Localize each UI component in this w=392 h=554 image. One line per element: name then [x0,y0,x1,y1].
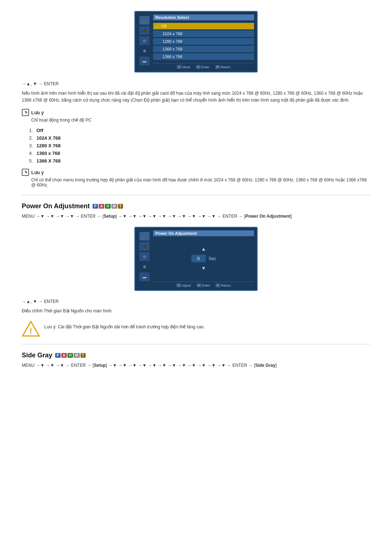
osd-label-1280: 1280 x 768 [163,39,182,44]
note-icon-2: ✎ [22,169,29,176]
nav-text-power: MENU →▼ →▼ →▼ →▼ → ENTER → [Setup] →▼ →▼… [22,214,370,219]
osd-poa-arrow-down: ▼ [201,265,206,271]
osd-poa-footer-return: ↩ Return [216,283,231,287]
osd-label-1366: 1366 x 768 [163,54,182,59]
badge-p: P [93,204,98,209]
list-item: 2. 1024 X 768 [29,135,370,141]
osd-poa-icon-hdmi: ▬ [139,272,150,281]
badge-sg-h: H [68,353,73,358]
badge-sg-m: M [74,353,79,358]
warning-text: Lưu ý: Cài đặt Thời gian Bật Nguồn dài h… [44,321,205,329]
osd-poa-icon-gear: ⚙ [139,262,150,271]
svg-text:!: ! [29,327,32,336]
osd-menu-title: Resolution Select [153,15,254,20]
note-box-1: ✎ Lưu ý Chỉ hoạt động trong chế độ PC [22,109,370,123]
osd-poa-unit: Sec [209,256,216,261]
osd-icon-gear: ⚙ [139,46,150,55]
osd-label-1360: 1360 x 768 [163,47,182,51]
note-title-1: ✎ Lưu ý [22,109,370,116]
resolution-select-osd: 📺 ⬛ ⊙ ⚙ ▬ Resolution Select ✔ Off 1024 x… [134,11,258,73]
osd-poa-icon-comp: ⬛ [139,242,150,251]
power-on-osd: 📺 ⬛ ⊙ ⚙ ▬ Power On Adjustment ▲ 0 Sec ▼ … [134,227,258,291]
osd-poa-value: 0 [191,255,206,262]
warning-box: ! Lưu ý: Cài đặt Thời gian Bật Nguồn dài… [22,321,370,337]
osd-poa-title: Power On Adjustment [153,230,254,236]
nav-text-1: →▲, ▼ → ENTER [22,81,370,86]
osd-icon-tv: 📺 [139,16,150,25]
osd-icon-hdmi: ▬ [139,57,150,65]
badge-sg-t: T [81,353,86,358]
badge-row-power: P A H M T [93,204,123,209]
osd-footer-return: ↩ Return [215,65,230,69]
nav-text-sidegray: MENU →▼ →▼ →▼ → ENTER → [Setup] →▼ →▼ →▼… [22,363,370,368]
badge-sg-a: A [61,353,67,358]
osd-poa-footer-enter: ↵ Enter [197,283,210,287]
osd-sidebar: 📺 ⬛ ⊙ ⚙ ▬ [138,15,151,69]
osd-label-off: Off [161,24,166,28]
osd-check-off: ✔ [156,24,159,28]
osd-item-1360[interactable]: 1360 x 768 [153,46,254,52]
divider-2 [22,344,370,344]
badge-row-sidegray: P A H M T [55,353,86,358]
divider-1 [22,195,370,195]
badge-a: A [99,204,104,209]
badge-m: M [111,204,117,209]
poa-desc: Điều chỉnh Thời gian Bật Nguồn cho màn h… [22,308,370,315]
list-item: 4. 1360 x 768 [29,151,370,156]
warning-icon: ! [22,321,40,337]
osd-poa-value-box: 0 Sec [191,255,216,262]
osd-poa-content: Power On Adjustment ▲ 0 Sec ▼ ⬡ Adjust ↵… [153,230,254,287]
section-title-sidegray: Side Gray [22,352,52,359]
note-text-2: Chỉ có thể chọn menu trong trường hợp độ… [31,177,370,188]
osd-sidebar-poa: 📺 ⬛ ⊙ ⚙ ▬ [138,230,151,287]
osd-icon-composite: ⬛ [139,26,150,35]
list-item: 5. 1366 X 768 [29,158,370,164]
note-title-2: ✎ Lưu ý [22,169,370,176]
osd-poa-icon-circle: ⊙ [139,252,150,261]
osd-footer-enter: ↵ Enter [196,65,209,69]
osd-poa-footer-adjust: ⬡ Adjust [176,283,191,287]
section-title-power: Power On Adjustment [22,202,90,210]
osd-poa-footer: ⬡ Adjust ↵ Enter ↩ Return [153,282,254,287]
osd-label-1024: 1024 x 768 [163,32,182,36]
osd-footer: ⬡ Move ↵ Enter ↩ Return [153,63,254,69]
osd-item-off[interactable]: ✔ Off [153,23,254,29]
badge-sg-p: P [55,353,61,358]
list-item: 1. Off [29,128,370,133]
osd-item-1280[interactable]: 1280 x 768 [153,38,254,45]
note-icon-1: ✎ [22,109,29,116]
osd-icon-component: ⊙ [139,36,150,45]
osd-item-1024[interactable]: 1024 x 768 [153,30,254,37]
body-text-1: Nếu hình ảnh trên màn hình hiển thị sai … [22,90,370,104]
badge-t: T [118,204,123,209]
nav-text-poa-2: →▲, ▼ → ENTER [22,299,370,304]
osd-poa-icon-tv: 📺 [139,232,150,241]
osd-poa-controls: ▲ 0 Sec ▼ [153,239,254,278]
osd-item-1366[interactable]: 1366 x 768 [153,53,254,60]
osd-poa-arrow-up: ▲ [201,246,206,252]
badge-h: H [105,204,110,209]
section-header-power: Power On Adjustment P A H M T [22,202,370,210]
resolution-list: 1. Off2. 1024 X 7683. 1280 X 7684. 1360 … [29,128,370,164]
osd-menu-content: Resolution Select ✔ Off 1024 x 768 1280 … [153,15,254,69]
section-header-sidegray: Side Gray P A H M T [22,352,370,359]
list-item: 3. 1280 X 768 [29,143,370,148]
note-text-1: Chỉ hoạt động trong chế độ PC [31,118,370,123]
note-box-2: ✎ Lưu ý Chỉ có thể chọn menu trong trườn… [22,169,370,188]
osd-footer-move: ⬡ Move [177,65,190,69]
